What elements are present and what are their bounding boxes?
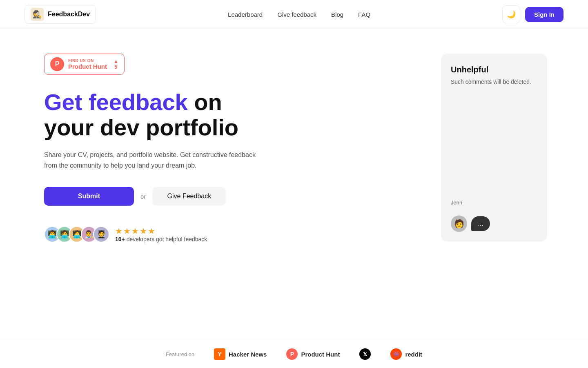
hacker-news-label: Hacker News — [229, 351, 267, 358]
featured-product-hunt: P Product Hunt — [286, 348, 340, 360]
chat-bubble: … — [471, 216, 490, 231]
logo-text: FeedbackDev — [48, 11, 90, 18]
hero-heading-purple: Get feedback — [44, 89, 188, 115]
featured-hacker-news: Y Hacker News — [214, 348, 267, 360]
submit-button[interactable]: Submit — [44, 187, 134, 206]
logo-icon: 🕵️ — [31, 8, 44, 21]
featured-label: Featured on — [166, 351, 194, 357]
card-footer: John 🧑 … — [451, 200, 537, 232]
nav-links: Leaderboard Give feedback Blog FAQ — [228, 11, 370, 18]
card-avatar: 🧑 — [451, 215, 467, 232]
testimonial-text: 10+ developers got helpful feedback — [115, 236, 207, 242]
avatar-stack: 👨‍💻 👩‍💻 🧑‍💻 👨‍🎨 🧑‍🎓 — [44, 226, 109, 242]
card-user-name: John — [451, 200, 537, 206]
stars: ★★★★★ — [115, 226, 207, 236]
nav-faq[interactable]: FAQ — [358, 11, 370, 18]
testimonial-suffix: developers got helpful feedback — [125, 236, 207, 242]
testimonial-count: 10+ — [115, 236, 125, 242]
or-separator: or — [140, 193, 146, 200]
reddit-icon: 👾 — [390, 348, 402, 360]
card-body: Unhelpful Such comments will be deleted. — [451, 65, 537, 200]
hero-heading: Get feedback onyour dev portfolio — [44, 90, 314, 140]
logo[interactable]: 🕵️ FeedbackDev — [24, 5, 96, 24]
product-hunt-icon: P — [50, 57, 64, 71]
card-subtitle: Such comments will be deleted. — [451, 78, 537, 86]
navbar: 🕵️ FeedbackDev Leaderboard Give feedback… — [0, 0, 588, 29]
hacker-news-icon: Y — [214, 348, 225, 360]
product-hunt-featured-icon: P — [286, 348, 298, 360]
nav-give-feedback[interactable]: Give feedback — [277, 11, 316, 18]
hero-subtext: Share your CV, projects, and portfolio w… — [44, 150, 256, 171]
product-hunt-text: FIND US ON Product Hunt — [68, 58, 107, 70]
featured-x: 𝕏 — [359, 348, 371, 360]
product-hunt-featured-label: Product Hunt — [301, 351, 340, 358]
card-title: Unhelpful — [451, 65, 537, 74]
product-hunt-arrow: ▲ — [114, 59, 118, 64]
signin-button[interactable]: Sign In — [525, 7, 564, 22]
nav-right: 🌙 Sign In — [502, 5, 564, 23]
main-content: P FIND US ON Product Hunt ▲ 5 Get feedba… — [0, 29, 588, 259]
product-hunt-badge[interactable]: P FIND US ON Product Hunt ▲ 5 — [44, 54, 125, 75]
cta-row: Submit or Give Feedback — [44, 187, 314, 206]
product-hunt-count: 5 — [114, 64, 117, 70]
right-column: Unhelpful Such comments will be deleted.… — [441, 54, 547, 242]
give-feedback-button[interactable]: Give Feedback — [152, 187, 226, 206]
testimonial-row: 👨‍💻 👩‍💻 🧑‍💻 👨‍🎨 🧑‍🎓 ★★★★★ 10+ developers… — [44, 226, 314, 242]
product-hunt-name: Product Hunt — [68, 63, 107, 70]
x-icon: 𝕏 — [359, 348, 371, 360]
product-hunt-count-block: ▲ 5 — [114, 59, 118, 70]
product-hunt-find-us-label: FIND US ON — [68, 58, 107, 63]
testimonial-info: ★★★★★ 10+ developers got helpful feedbac… — [115, 226, 207, 242]
featured-reddit: 👾 reddit — [390, 348, 422, 360]
card-user-row: 🧑 … — [451, 215, 537, 232]
feedback-card: Unhelpful Such comments will be deleted.… — [441, 54, 547, 242]
reddit-label: reddit — [405, 351, 422, 358]
featured-bar: Featured on Y Hacker News P Product Hunt… — [0, 340, 588, 368]
left-column: P FIND US ON Product Hunt ▲ 5 Get feedba… — [44, 54, 314, 242]
nav-blog[interactable]: Blog — [331, 11, 343, 18]
nav-leaderboard[interactable]: Leaderboard — [228, 11, 263, 18]
avatar-5: 🧑‍🎓 — [93, 226, 109, 242]
theme-toggle-button[interactable]: 🌙 — [502, 5, 520, 23]
